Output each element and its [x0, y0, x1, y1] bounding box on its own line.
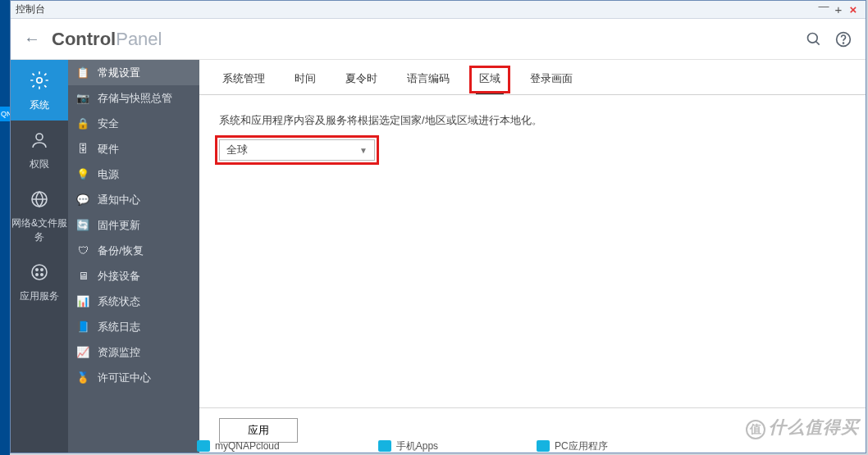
sidebar-main-item[interactable]: 系统	[11, 60, 68, 121]
os-taskbar-tag: QN	[0, 107, 10, 121]
menu-icon: 📊	[76, 295, 89, 308]
app-title: ControlPanel	[52, 29, 162, 50]
window-titlebar: 控制台 — + ×	[11, 1, 866, 19]
sidebar-sub-item[interactable]: 🖥外接设备	[68, 263, 199, 289]
help-icon[interactable]	[834, 30, 852, 48]
sidebar-sub-label: 通知中心	[98, 193, 140, 207]
tab-item[interactable]: 语言编码	[404, 71, 453, 94]
menu-icon: 📷	[76, 92, 89, 105]
app-header: ← ControlPanel	[11, 19, 866, 60]
sidebar-main-label: 权限	[30, 158, 49, 170]
back-button[interactable]: ←	[24, 30, 40, 48]
sidebar-sub-label: 安全	[98, 116, 119, 131]
tab-bar: 系统管理时间夏令时语言编码区域登录画面	[199, 60, 866, 95]
user-icon	[11, 130, 68, 152]
desktop-app-item[interactable]: 手机Apps	[378, 439, 438, 453]
sidebar-sub-item[interactable]: 🗄硬件	[68, 136, 199, 162]
menu-icon: 🔒	[76, 117, 89, 130]
region-select-value: 全球	[226, 143, 248, 157]
sidebar-sub-item[interactable]: 🔒安全	[68, 111, 199, 136]
region-select-highlight: 全球 ▼	[219, 139, 375, 161]
search-icon[interactable]	[805, 30, 823, 48]
sidebar-sub-label: 存储与快照总管	[98, 91, 172, 106]
menu-icon: 📘	[76, 321, 89, 334]
sidebar-sub-label: 常规设置	[98, 66, 140, 80]
app-icon	[378, 440, 391, 452]
svg-point-7	[32, 265, 47, 280]
menu-icon: 📋	[76, 66, 89, 80]
sidebar-sub-item[interactable]: 🏅许可证中心	[68, 365, 199, 390]
sidebar-sub-label: 备份/恢复	[98, 243, 144, 258]
sidebar-sub-label: 外接设备	[98, 269, 140, 284]
sidebar-sub-label: 固件更新	[98, 218, 140, 233]
desktop-app-item[interactable]: PC应用程序	[537, 439, 608, 453]
chevron-down-icon: ▼	[359, 146, 368, 155]
sidebar-sub-item[interactable]: 💡电源	[68, 162, 199, 187]
sidebar-sub-item[interactable]: 📈资源监控	[68, 339, 199, 365]
menu-icon: 💬	[76, 193, 89, 207]
app-icon	[197, 440, 210, 452]
svg-point-10	[36, 274, 38, 275]
sidebar-main-label: 系统	[30, 99, 49, 111]
tab-item[interactable]: 夏令时	[342, 71, 381, 94]
region-select[interactable]: 全球 ▼	[219, 139, 375, 161]
sidebar-main-label: 网络&文件服务	[11, 217, 67, 243]
sidebar-sub: 📋常规设置📷存储与快照总管🔒安全🗄硬件💡电源💬通知中心🔄固件更新🛡备份/恢复🖥外…	[68, 60, 199, 453]
svg-point-11	[41, 274, 43, 275]
sidebar-main: 系统权限网络&文件服务应用服务	[11, 60, 68, 453]
menu-icon: 🏅	[76, 371, 89, 384]
svg-line-1	[816, 41, 820, 44]
sidebar-sub-label: 系统日志	[98, 320, 140, 334]
menu-icon: 🗄	[76, 143, 89, 156]
os-left-taskbar: QN	[0, 0, 10, 455]
minimize-button[interactable]: —	[816, 0, 831, 12]
tab-item[interactable]: 区域	[476, 71, 504, 94]
sidebar-sub-label: 资源监控	[98, 345, 140, 360]
svg-point-0	[808, 33, 818, 43]
maximize-button[interactable]: +	[831, 2, 846, 16]
svg-point-5	[36, 134, 43, 140]
svg-point-9	[41, 269, 43, 271]
sidebar-sub-item[interactable]: 📊系统状态	[68, 289, 199, 314]
sidebar-sub-item[interactable]: 🛡备份/恢复	[68, 238, 199, 263]
svg-point-4	[37, 78, 43, 84]
sidebar-main-item[interactable]: 网络&文件服务	[11, 180, 68, 253]
menu-icon: 💡	[76, 168, 89, 181]
desktop-app-strip: myQNAPcloud 手机Apps PC应用程序	[66, 439, 868, 453]
app-icon	[537, 440, 550, 452]
svg-point-8	[36, 269, 38, 271]
menu-icon: 🔄	[76, 219, 89, 232]
sidebar-main-item[interactable]: 应用服务	[11, 253, 68, 312]
sidebar-main-item[interactable]: 权限	[11, 121, 68, 180]
sidebar-sub-label: 许可证中心	[98, 371, 151, 385]
sidebar-sub-item[interactable]: 📘系统日志	[68, 314, 199, 339]
content-area: 系统管理时间夏令时语言编码区域登录画面 系统和应用程序内容及服务将根据选定国家/…	[199, 60, 866, 453]
close-button[interactable]: ×	[846, 2, 861, 16]
gear-icon	[11, 70, 68, 93]
region-panel: 系统和应用程序内容及服务将根据选定国家/地区或区域进行本地化。 全球 ▼	[199, 95, 866, 179]
sidebar-sub-label: 硬件	[98, 142, 119, 157]
sidebar-sub-item[interactable]: 📷存储与快照总管	[68, 85, 199, 111]
menu-icon: 🖥	[76, 270, 89, 283]
grid-icon	[11, 262, 68, 284]
sidebar-sub-item[interactable]: 💬通知中心	[68, 187, 199, 212]
svg-point-3	[843, 43, 844, 43]
window-title: 控制台	[16, 2, 45, 16]
sidebar-main-label: 应用服务	[20, 290, 59, 302]
control-panel-window: 控制台 — + × ← ControlPanel 系统权限网络&文件服务应用服务…	[10, 0, 866, 453]
menu-icon: 📈	[76, 346, 89, 359]
sidebar-sub-label: 电源	[98, 167, 119, 182]
sidebar-sub-item[interactable]: 🔄固件更新	[68, 212, 199, 238]
sidebar-sub-item[interactable]: 📋常规设置	[68, 60, 199, 85]
tab-item[interactable]: 登录画面	[527, 71, 576, 94]
region-description: 系统和应用程序内容及服务将根据选定国家/地区或区域进行本地化。	[219, 113, 846, 128]
sidebar-sub-label: 系统状态	[98, 294, 140, 309]
desktop-app-item[interactable]: myQNAPcloud	[197, 440, 280, 452]
tab-item[interactable]: 时间	[291, 71, 319, 94]
menu-icon: 🛡	[76, 244, 89, 257]
globe-icon	[11, 189, 68, 212]
tab-item[interactable]: 系统管理	[219, 71, 268, 94]
